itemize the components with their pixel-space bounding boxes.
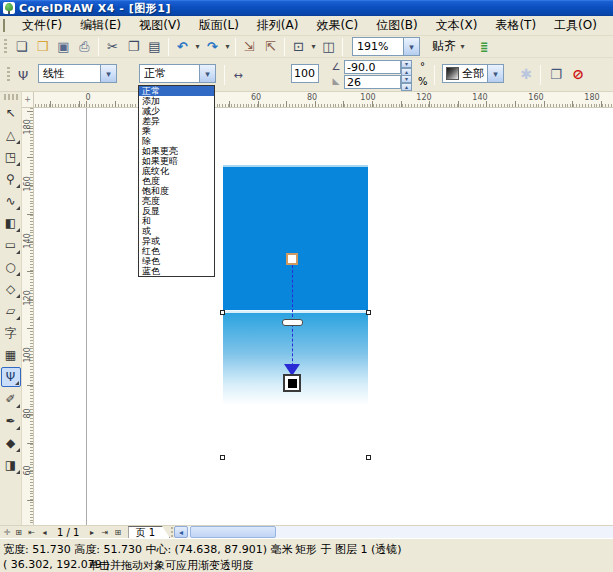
prev-page-button[interactable]: ◂	[38, 528, 51, 537]
new-button[interactable]: ❏	[12, 38, 31, 56]
selection-handle-top-right[interactable]	[366, 310, 371, 315]
transparency-type-combo[interactable]: 线性	[38, 64, 117, 83]
property-bar-grip[interactable]	[5, 67, 12, 83]
copy-transparency-icon[interactable]: ❐	[546, 64, 566, 84]
shape-tool[interactable]: △	[1, 125, 21, 145]
menu-item-effects[interactable]: 效果(C)	[307, 15, 367, 37]
selection-handle-bottom-right[interactable]	[366, 455, 371, 460]
midpoint-value-field[interactable]	[291, 64, 319, 83]
ellipse-tool[interactable]: ○	[1, 257, 21, 277]
transparency-target-combo[interactable]: 全部	[442, 64, 504, 83]
menu-item-text[interactable]: 文本(X)	[427, 15, 487, 37]
snap-to-caret-icon[interactable]	[458, 38, 467, 56]
redo-caret-icon[interactable]	[223, 38, 232, 56]
dropdown-item[interactable]: 如果更亮	[139, 146, 214, 156]
angle-spin-down-icon[interactable]: ▾	[401, 60, 412, 68]
zoom-tool[interactable]: ⚲	[1, 169, 21, 189]
smart-fill-tool[interactable]: ◧	[1, 213, 21, 233]
transparency-tool[interactable]: Ψ	[1, 367, 21, 387]
dropdown-item[interactable]: 红色	[139, 246, 214, 256]
menu-item-layout[interactable]: 版面(L)	[190, 15, 248, 37]
eyedropper-tool[interactable]: ✐	[1, 389, 21, 409]
welcome-screen-button[interactable]: ◫	[319, 38, 338, 56]
cut-button[interactable]: ✂	[103, 38, 122, 56]
zoom-combo-arrow-icon[interactable]	[403, 38, 419, 55]
open-button[interactable]: ❒	[33, 38, 52, 56]
selection-handle-top-left[interactable]	[220, 310, 225, 315]
add-page-before-button[interactable]: ⊞	[12, 528, 25, 537]
transparency-type-arrow-icon[interactable]	[100, 65, 116, 82]
dropdown-item[interactable]: 绿色	[139, 256, 214, 266]
menu-item-arrange[interactable]: 排列(A)	[248, 15, 308, 37]
dropdown-item[interactable]: 底纹化	[139, 166, 214, 176]
menu-item-table[interactable]: 表格(T)	[486, 15, 545, 37]
dropdown-item[interactable]: 减少	[139, 106, 214, 116]
add-page-after-button[interactable]: ⊞	[111, 528, 124, 537]
dropdown-item[interactable]: 如果更暗	[139, 156, 214, 166]
app-launcher-caret-icon[interactable]	[309, 38, 318, 56]
edge-pad-spin-down-icon[interactable]: ▾	[401, 75, 412, 83]
interactive-fill-tool[interactable]: ◨	[1, 455, 21, 475]
dropdown-item[interactable]: 反显	[139, 206, 214, 216]
fill-tool[interactable]: ◆	[1, 433, 21, 453]
zoom-level-combo[interactable]: 191%	[352, 37, 420, 56]
dropdown-item[interactable]: 色度	[139, 176, 214, 186]
dropdown-item[interactable]: 或	[139, 226, 214, 236]
transparency-operation-combo[interactable]: 正常	[139, 64, 216, 83]
angle-field[interactable]	[344, 60, 401, 74]
edit-transparency-icon[interactable]: Ψ	[13, 65, 33, 85]
dropdown-item[interactable]: 异或	[139, 236, 214, 246]
basic-shapes-tool[interactable]: ▱	[1, 301, 21, 321]
menu-item-bitmaps[interactable]: 位图(B)	[367, 15, 427, 37]
menu-item-file[interactable]: 文件(F)	[13, 15, 71, 37]
vertical-ruler[interactable]: 1801601401201008060	[22, 108, 34, 525]
freeze-transparency-icon[interactable]: ✱	[516, 64, 536, 84]
text-tool[interactable]: 字	[1, 323, 21, 343]
page-tab[interactable]: 页 1	[128, 526, 170, 538]
app-icon[interactable]	[3, 2, 15, 14]
table-tool[interactable]: ▦	[1, 345, 21, 365]
drawing-scale-icon[interactable]: ✛	[2, 528, 12, 537]
dropdown-item[interactable]: 差异	[139, 116, 214, 126]
export-button[interactable]: ⇱	[261, 38, 280, 56]
copy-button[interactable]: ❐	[124, 38, 143, 56]
transparency-target-arrow-icon[interactable]	[487, 65, 503, 82]
import-button[interactable]: ⇲	[240, 38, 259, 56]
drawing-canvas[interactable]	[34, 108, 613, 525]
horizontal-scrollbar-thumb[interactable]	[190, 526, 276, 538]
dropdown-item[interactable]: 饱和度	[139, 186, 214, 196]
next-page-button[interactable]: ▸	[85, 528, 98, 537]
paste-button[interactable]: ▤	[145, 38, 164, 56]
last-page-button[interactable]: ⇥	[98, 528, 111, 537]
horizontal-ruler[interactable]: 06080100120140160180	[34, 92, 613, 108]
undo-button[interactable]: ↶	[173, 38, 192, 56]
undo-caret-icon[interactable]	[193, 38, 202, 56]
transparency-end-handle[interactable]	[283, 374, 301, 392]
dropdown-item[interactable]: 添加	[139, 96, 214, 106]
freehand-tool[interactable]: ∿	[1, 191, 21, 211]
menu-item-edit[interactable]: 编辑(E)	[71, 15, 130, 37]
edge-pad-spin-up-icon[interactable]: ▴	[401, 83, 412, 91]
menu-item-view[interactable]: 视图(V)	[130, 15, 190, 37]
app-launcher-button[interactable]: ⊡	[289, 38, 308, 56]
dropdown-item[interactable]: 乘	[139, 126, 214, 136]
options-icon[interactable]: ≣	[480, 40, 488, 54]
crop-tool[interactable]: ◳	[1, 147, 21, 167]
transparency-midpoint-slider[interactable]	[282, 319, 303, 326]
redo-button[interactable]: ↷	[203, 38, 222, 56]
dropdown-item[interactable]: 亮度	[139, 196, 214, 206]
polygon-tool[interactable]: ◇	[1, 279, 21, 299]
selection-handle-bottom-left[interactable]	[220, 455, 225, 460]
print-button[interactable]: ⎙	[75, 38, 94, 56]
dropdown-item[interactable]: 蓝色	[139, 266, 214, 276]
snap-to-button[interactable]: 贴齐	[430, 38, 458, 55]
toolbox-grip[interactable]	[4, 94, 18, 100]
first-page-button[interactable]: ⇤	[25, 528, 38, 537]
dropdown-item[interactable]: 除	[139, 136, 214, 146]
document-window-icon[interactable]	[3, 19, 5, 32]
no-transparency-icon[interactable]: ⊘	[568, 64, 588, 84]
blue-rectangle[interactable]	[223, 165, 368, 312]
menu-item-tools[interactable]: 工具(O)	[545, 15, 606, 37]
transparency-start-handle[interactable]	[286, 253, 298, 265]
ruler-origin-icon[interactable]	[22, 92, 34, 108]
